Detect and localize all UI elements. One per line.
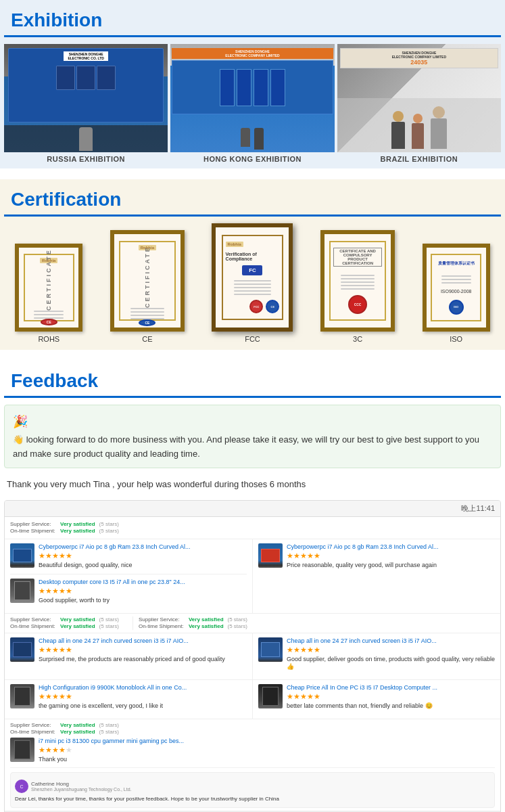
exhibition-section: Exhibition SHENZHEN DONGHEELECTRONIC CO.… [0,0,505,168]
certification-grid: Robhia CERTIFICATE CE ROHS [4,223,501,343]
review-meta-left: Supplier Service: Very satisfied (5 star… [5,517,500,539]
review-content: Cyberpowerpc i7 Aio pc 8 gb Ram 23.8 Inc… [287,543,495,570]
review-text: Thank you [39,756,495,764]
reviews-left-col-2: Cheap all in one 24 27 inch curved scree… [5,633,253,679]
fcc-logo: FC [242,265,262,275]
reviews-right-col-2: Cheap all in one 24 27 inch curved scree… [253,633,500,679]
author-response: C Catherine Hong Shenzhen Juyanshuguang … [10,772,495,807]
cert-rohs-label: ROHS [38,335,59,343]
author-avatar: C [15,780,28,793]
exhibition-brazil-img: SHENZHEN DONGHEELECTRONIC COMPANY LIMITE… [337,44,501,152]
review-thumb [258,684,283,708]
review-text: the gaming one is excellent, very good, … [39,702,247,710]
review-text: Surprised me, the products are reasonabl… [39,656,247,664]
review-thumb [10,738,34,762]
exhibition-russia-label: RUSSIA EXHIBITION [47,152,125,168]
review-stars: ★★★★★ [39,746,495,754]
review-text: Good supplier, worth to try [39,597,247,605]
review-item: Desktop computer core I3 I5 i7 All in on… [10,579,247,609]
review-thumb [258,637,283,662]
review-stars: ★★★★★ [39,551,247,560]
review-item: Cheap Price All In One PC i3 I5 I7 Deskt… [258,684,495,715]
review-title: Cyberpowerpc i7 Aio pc 8 gb Ram 23.8 Inc… [287,543,495,550]
review-content: Cheap Price All In One PC i3 I5 I7 Deskt… [287,684,495,710]
review-stars: ★★★★★ [287,551,495,560]
review-stars: ★★★★★ [287,646,495,654]
cert-ce: Robhia CERTIFICATE CE CE [110,230,185,343]
feedback-icon: 🎉 [13,412,492,432]
review-text: better late comments than not, friendly … [287,702,495,710]
reviews-left-col-3: High Configuration i9 9900K Monoblock Al… [5,680,253,719]
reviews-right-col: Cyberpowerpc i7 Aio pc 8 gb Ram 23.8 Inc… [253,539,500,612]
cert-rohs: Robhia CERTIFICATE CE ROHS [15,244,82,343]
reviews-two-col-1: Cyberpowerpc i7 Aio pc 8 gb Ram 23.8 Inc… [5,539,500,613]
feedback-emoji: 👋 [13,434,24,445]
feedback-section: Feedback 🎉 👋 looking forward to do more … [0,361,505,812]
cert-fcc-label: FCC [245,335,260,343]
cert-iso-frame: 质量管理体系认证书 ISO9000-2008 ISO [423,244,490,332]
review-content: i7 mini pc i3 81300 cpu gammer mini gami… [39,738,495,764]
review-thumb [10,543,34,568]
review-title: Cheap all in one 24 27 inch curved scree… [39,637,247,644]
review-content: High Configuration i9 9900K Monoblock Al… [39,684,247,710]
review-content: Desktop computer core I3 I5 i7 All in on… [39,579,247,605]
cert-iso: 质量管理体系认证书 ISO9000-2008 ISO ISO [423,244,490,343]
review-author: C Catherine Hong Shenzhen Juyanshuguang … [15,780,490,793]
review-thumb [10,579,34,603]
certification-title: Certification [4,183,501,217]
cert-ce-label: CE [142,335,152,343]
review-content: Cheap all in one 24 27 inch curved scree… [39,637,247,664]
review-stars: ★★★★★ [39,646,247,654]
cert-3c: CERTIFICATE AND COMPULSORY PRODUCT CERTI… [320,230,395,343]
review-item: Cyberpowerpc i7 Aio pc 8 gb Ram 23.8 Inc… [258,543,495,574]
review-stars: ★★★★★ [287,692,495,701]
review-meta-2: Supplier Service: Very satisfied (5 star… [5,614,500,633]
reviews-two-col-2: Cheap all in one 24 27 inch curved scree… [5,633,500,680]
cert-ce-frame: Robhia CERTIFICATE CE [110,230,185,332]
cert-3c-label: 3C [353,335,362,343]
review-stars: ★★★★★ [39,692,247,701]
cert-fcc: Robhia Verification of Compliance FC FCC [212,223,293,343]
feedback-bubble-text: looking forward to do more business with… [13,434,479,459]
reviews-right-col-3: Cheap Price All In One PC i3 I5 I7 Deskt… [253,680,500,719]
exhibition-title: Exhibition [4,4,501,37]
author-message: Dear Lei, thanks for your time, thanks f… [15,795,490,803]
feedback-bubble: 🎉 👋 looking forward to do more business … [4,405,501,468]
review-item: i7 mini pc i3 81300 cpu gammer mini gami… [10,738,495,769]
exhibition-hk-label: HONG KONG EXHIBITION [203,152,302,168]
review-item: Cheap all in one 24 27 inch curved scree… [10,637,247,668]
exhibition-russia-img: SHENZHEN DONGHEELECTRONIC CO. LTD [4,44,168,152]
review-text: Price reasonable, quality very good, wil… [287,562,495,570]
review-thumb [10,684,34,708]
review-item: Cheap all in one 24 27 inch curved scree… [258,637,495,675]
review-title: i7 mini pc i3 81300 cpu gammer mini gami… [39,738,495,744]
review-title: Cyberpowerpc i7 Aio pc 8 gb Ram 23.8 Inc… [39,543,247,550]
cert-iso-label: ISO [450,335,462,343]
review-text: Beautiful design, good quality, nice [39,562,247,570]
exhibition-images: SHENZHEN DONGHEELECTRONIC CO. LTD RUSSIA… [4,44,501,168]
exhibition-brazil-label: BRAZIL EXHIBITION [381,152,458,168]
cert-fcc-frame: Robhia Verification of Compliance FC FCC [212,223,293,332]
review-stars: ★★★★★ [39,587,247,595]
certification-section: Certification Robhia CERTIFICATE CE [0,179,505,350]
cert-rohs-frame: Robhia CERTIFICATE CE [15,244,82,332]
reviews-left-col: Cyberpowerpc i7 Aio pc 8 gb Ram 23.8 Inc… [5,539,253,612]
review-item: Cyberpowerpc i7 Aio pc 8 gb Ram 23.8 Inc… [10,543,247,574]
reviews-area: 晚上11:41 Supplier Service: Very satisfied… [4,500,501,812]
review-content: Cheap all in one 24 27 inch curved scree… [287,637,495,671]
feedback-title: Feedback [4,365,501,398]
review-thumb [258,543,283,568]
exhibition-item-russia: SHENZHEN DONGHEELECTRONIC CO. LTD RUSSIA… [4,44,168,168]
reviews-two-col-3: High Configuration i9 9900K Monoblock Al… [5,680,500,719]
review-item: High Configuration i9 9900K Monoblock Al… [10,684,247,715]
review-thumb [10,637,34,662]
review-title: High Configuration i9 9900K Monoblock Al… [39,684,247,691]
exhibition-hk-img: SHENZHEN DONGHEELECTRONIC COMPANY LIMITE… [170,44,334,152]
feedback-thank: Thank you very much Tina , your help was… [4,478,501,492]
review-title: Cheap Price All In One PC i3 I5 I7 Deskt… [287,684,495,691]
exhibition-item-brazil: SHENZHEN DONGHEELECTRONIC COMPANY LIMITE… [337,44,501,168]
cert-3c-frame: CERTIFICATE AND COMPULSORY PRODUCT CERTI… [320,230,395,332]
review-content: Cyberpowerpc i7 Aio pc 8 gb Ram 23.8 Inc… [39,543,247,570]
review-title: Desktop computer core I3 I5 i7 All in on… [39,579,247,585]
reviews-header: 晚上11:41 [5,501,500,517]
